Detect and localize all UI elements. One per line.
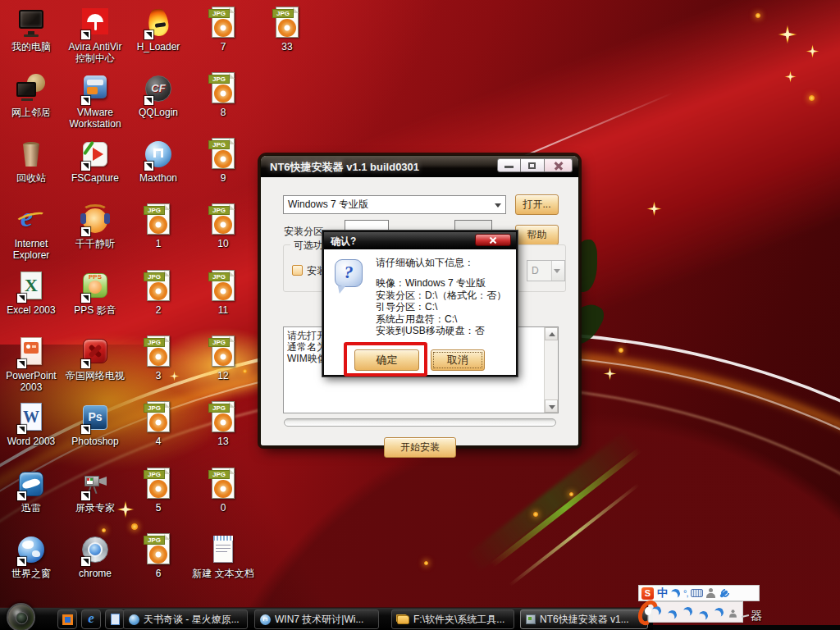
minimize-button[interactable]: [497, 158, 521, 172]
desktop-icon[interactable]: JPG11: [192, 270, 254, 316]
close-button[interactable]: [545, 158, 573, 172]
image-select-value: Windows 7 专业版: [288, 198, 368, 212]
desktop-icon[interactable]: eInternet Explorer: [0, 203, 62, 261]
desktop-icon[interactable]: JPG8: [192, 72, 254, 118]
desktop-icon[interactable]: JPG33: [256, 7, 318, 52]
desktop-icon[interactable]: H_Loader: [127, 7, 189, 52]
desktop-icon[interactable]: 世界之窗: [0, 533, 62, 579]
glitch-swirl-icon: [637, 598, 659, 628]
ok-button-highlight-annotation: [344, 342, 427, 377]
desktop-icon[interactable]: JPG7: [192, 7, 254, 52]
desktop-icon[interactable]: JPG3: [127, 336, 189, 381]
jpg-icon: JPG: [142, 533, 175, 566]
toolbox-wrench-icon[interactable]: [719, 588, 729, 599]
desktop-icon[interactable]: JPG13: [192, 401, 254, 447]
ie-icon: e: [15, 203, 48, 236]
desktop-icon[interactable]: JPG9: [192, 138, 254, 184]
desktop-icon[interactable]: Avira AntiVir 控制中心: [64, 7, 126, 64]
desktop-icon-label: 13: [192, 436, 254, 447]
desktop-icon[interactable]: JPG0: [192, 468, 254, 514]
maximize-icon: [528, 162, 536, 169]
taskbar-button[interactable]: F:\软件夹\系统工具...: [391, 609, 514, 629]
desktop-icon[interactable]: PowerPoint 2003: [0, 336, 62, 393]
install-checkbox[interactable]: [292, 265, 303, 276]
confirm-detail-line: 安装分区：D:\（格式化：否）: [376, 290, 506, 302]
taskbar-button-label: WIN7 技术研讨|Wi...: [275, 613, 363, 627]
image-select-combobox[interactable]: Windows 7 专业版: [283, 195, 506, 214]
jpg-icon: JPG: [207, 336, 240, 368]
jpg-icon: JPG: [142, 401, 175, 434]
desktop-icon[interactable]: PPSPPS 影音: [64, 270, 126, 316]
desktop-icon[interactable]: CFQQLogin: [127, 72, 189, 118]
glitch-crescent-icon: [682, 605, 694, 617]
start-install-button[interactable]: 开始安装: [384, 437, 456, 458]
cancel-button[interactable]: 取消: [431, 349, 485, 371]
confirm-message: 请仔细确认如下信息：: [376, 256, 474, 270]
punctuation-icon[interactable]: °,: [683, 588, 687, 598]
taskbar-button[interactable]: NT6快捷安装器 v1...: [520, 609, 648, 629]
desktop-icon[interactable]: 屏录专家: [64, 468, 126, 514]
installer-icon: [526, 614, 536, 624]
confirm-close-button[interactable]: [475, 234, 511, 246]
drive-combobox[interactable]: D: [527, 260, 565, 281]
desktop-icon[interactable]: JPG1: [127, 203, 189, 249]
user-account-icon[interactable]: [706, 588, 715, 598]
minimize-icon: [504, 166, 514, 168]
desktop-icon[interactable]: 千千静听: [64, 203, 126, 249]
desktop-icon[interactable]: chrome: [64, 533, 126, 579]
textarea-scrollbar[interactable]: [544, 327, 558, 413]
confirm-detail-line: 引导分区：C:\: [376, 301, 506, 313]
desktop-icon[interactable]: 我的电脑: [0, 7, 62, 52]
jpg-icon: JPG: [142, 270, 175, 303]
shortcut-arrow-icon: [17, 557, 26, 566]
jpg-icon: JPG: [207, 270, 240, 303]
confirm-dialog-titlebar[interactable]: 确认?: [324, 232, 516, 249]
help-button[interactable]: 帮助: [515, 225, 559, 245]
jpg-icon: JPG: [142, 336, 175, 368]
shortcut-arrow-icon: [81, 557, 90, 566]
open-button[interactable]: 打开...: [515, 194, 559, 215]
fullwidth-moon-icon[interactable]: [670, 587, 682, 599]
info-text-line: WIM映像: [287, 353, 327, 364]
desktop-icon[interactable]: WWord 2003: [0, 401, 62, 447]
desktop-icon[interactable]: FSCapture: [64, 138, 126, 184]
desktop-icon-label: 千千静听: [64, 238, 126, 249]
taskbar-button[interactable]: WIN7 技术研讨|Wi...: [254, 609, 379, 629]
soft-keyboard-icon[interactable]: [691, 589, 703, 597]
desktop-icon[interactable]: 帝国网络电视: [64, 336, 126, 381]
scroll-down-button[interactable]: [545, 399, 558, 413]
desktop-icon[interactable]: JPG5: [127, 468, 189, 514]
desktop-icon-label: Maxthon: [127, 172, 189, 184]
desktop-icon[interactable]: JPG10: [192, 203, 254, 249]
jpg-icon: JPG: [207, 468, 240, 500]
desktop-icon-label: Photoshop: [64, 436, 126, 447]
desktop-icon[interactable]: VMware Workstation: [64, 72, 126, 130]
desktop-icon[interactable]: JPG4: [127, 401, 189, 447]
photoshop-icon: Ps: [79, 401, 112, 434]
avira-icon: [79, 7, 112, 39]
shortcut-arrow-icon: [81, 359, 90, 368]
scroll-up-button[interactable]: [545, 327, 558, 340]
drive-combobox-value: D: [532, 265, 539, 276]
desktop-icon[interactable]: Maxthon: [127, 138, 189, 184]
desktop-icon[interactable]: JPG12: [192, 336, 254, 381]
desktop-icon[interactable]: JPG2: [127, 270, 189, 316]
maximize-button[interactable]: [521, 158, 545, 172]
desktop-icon-label: 8: [192, 107, 254, 118]
desktop-icon[interactable]: 迅雷: [0, 468, 62, 514]
desktop-icon-label: PowerPoint 2003: [0, 370, 62, 393]
partition-label: 安装分区: [284, 225, 323, 239]
desktop-icon[interactable]: 网上邻居: [0, 72, 62, 118]
jpg-icon: JPG: [207, 138, 240, 171]
desktop-icon[interactable]: 新建 文本文档: [192, 533, 254, 579]
glitch-crescent-icon: [667, 609, 678, 620]
desktop-icon[interactable]: 回收站: [0, 138, 62, 184]
desktop-icon-label: 帝国网络电视: [64, 370, 126, 381]
desktop-icon[interactable]: PsPhotoshop: [64, 401, 126, 447]
taskbar-button[interactable]: 天书奇谈 - 星火燎原...: [123, 609, 248, 629]
desktop-icon[interactable]: XExcel 2003: [0, 270, 62, 316]
world-window-icon: [15, 533, 48, 566]
info-text-line: 通常名为: [287, 341, 327, 353]
desktop-icon[interactable]: JPG6: [127, 533, 189, 579]
window-titlebar[interactable]: NT6快捷安装器 v1.1 build0301: [261, 156, 578, 177]
